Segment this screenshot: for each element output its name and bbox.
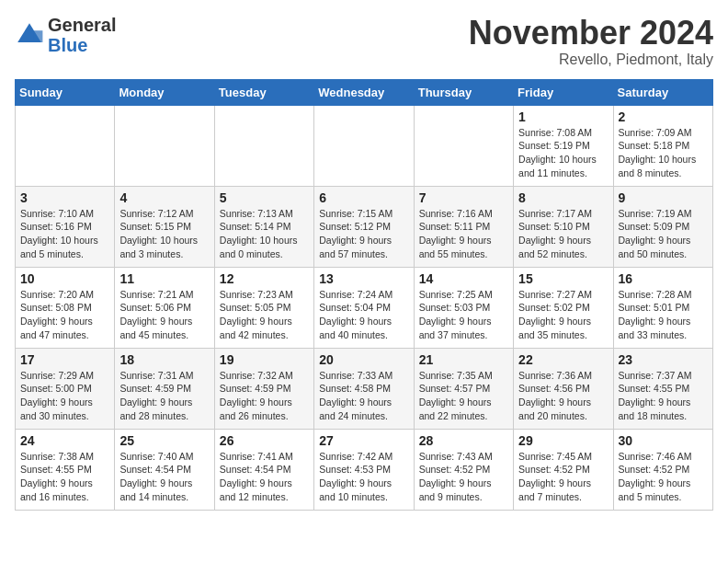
day-info: Sunrise: 7:08 AM Sunset: 5:19 PM Dayligh… bbox=[518, 126, 608, 180]
day-info: Sunrise: 7:41 AM Sunset: 4:54 PM Dayligh… bbox=[220, 450, 309, 504]
logo-icon bbox=[15, 20, 44, 50]
calendar-day-cell: 9Sunrise: 7:19 AM Sunset: 5:09 PM Daylig… bbox=[613, 186, 712, 267]
logo-text: General Blue bbox=[48, 15, 116, 55]
calendar-day-cell bbox=[214, 105, 313, 186]
calendar-day-cell: 28Sunrise: 7:43 AM Sunset: 4:52 PM Dayli… bbox=[414, 429, 513, 510]
page-header: General Blue November 2024 Revello, Pied… bbox=[15, 15, 713, 68]
day-number: 10 bbox=[20, 271, 109, 286]
calendar-day-cell: 14Sunrise: 7:25 AM Sunset: 5:03 PM Dayli… bbox=[414, 267, 513, 348]
day-number: 25 bbox=[119, 433, 209, 448]
day-info: Sunrise: 7:09 AM Sunset: 5:18 PM Dayligh… bbox=[619, 126, 708, 180]
day-info: Sunrise: 7:28 AM Sunset: 5:01 PM Dayligh… bbox=[619, 288, 708, 342]
day-of-week-header: Saturday bbox=[613, 79, 712, 105]
day-number: 26 bbox=[220, 433, 309, 448]
day-number: 2 bbox=[619, 109, 708, 124]
day-info: Sunrise: 7:24 AM Sunset: 5:04 PM Dayligh… bbox=[319, 288, 408, 342]
day-info: Sunrise: 7:19 AM Sunset: 5:09 PM Dayligh… bbox=[619, 207, 708, 261]
day-info: Sunrise: 7:42 AM Sunset: 4:53 PM Dayligh… bbox=[319, 450, 408, 504]
day-info: Sunrise: 7:46 AM Sunset: 4:52 PM Dayligh… bbox=[619, 450, 708, 504]
day-number: 1 bbox=[518, 109, 608, 124]
day-of-week-header: Thursday bbox=[414, 79, 513, 105]
day-number: 13 bbox=[319, 271, 408, 286]
day-number: 22 bbox=[518, 352, 608, 367]
calendar-day-cell: 30Sunrise: 7:46 AM Sunset: 4:52 PM Dayli… bbox=[613, 429, 712, 510]
calendar-day-cell: 18Sunrise: 7:31 AM Sunset: 4:59 PM Dayli… bbox=[115, 348, 214, 429]
calendar-day-cell bbox=[16, 105, 115, 186]
day-number: 7 bbox=[419, 190, 508, 205]
day-info: Sunrise: 7:12 AM Sunset: 5:15 PM Dayligh… bbox=[119, 207, 209, 261]
calendar-day-cell: 21Sunrise: 7:35 AM Sunset: 4:57 PM Dayli… bbox=[414, 348, 513, 429]
day-of-week-header: Sunday bbox=[16, 79, 115, 105]
calendar-body: 1Sunrise: 7:08 AM Sunset: 5:19 PM Daylig… bbox=[16, 105, 713, 510]
day-number: 24 bbox=[20, 433, 109, 448]
day-info: Sunrise: 7:21 AM Sunset: 5:06 PM Dayligh… bbox=[119, 288, 209, 342]
calendar-day-cell: 1Sunrise: 7:08 AM Sunset: 5:19 PM Daylig… bbox=[514, 105, 613, 186]
day-info: Sunrise: 7:40 AM Sunset: 4:54 PM Dayligh… bbox=[119, 450, 209, 504]
day-number: 29 bbox=[518, 433, 608, 448]
calendar-day-cell: 19Sunrise: 7:32 AM Sunset: 4:59 PM Dayli… bbox=[214, 348, 313, 429]
day-info: Sunrise: 7:29 AM Sunset: 5:00 PM Dayligh… bbox=[20, 369, 109, 423]
day-number: 27 bbox=[319, 433, 408, 448]
calendar-day-cell: 11Sunrise: 7:21 AM Sunset: 5:06 PM Dayli… bbox=[115, 267, 214, 348]
day-number: 30 bbox=[619, 433, 708, 448]
day-number: 6 bbox=[319, 190, 408, 205]
day-info: Sunrise: 7:10 AM Sunset: 5:16 PM Dayligh… bbox=[20, 207, 109, 261]
calendar-day-cell bbox=[414, 105, 513, 186]
calendar-day-cell: 26Sunrise: 7:41 AM Sunset: 4:54 PM Dayli… bbox=[214, 429, 313, 510]
day-number: 9 bbox=[619, 190, 708, 205]
calendar-day-cell: 12Sunrise: 7:23 AM Sunset: 5:05 PM Dayli… bbox=[214, 267, 313, 348]
logo-general: General bbox=[48, 15, 116, 35]
calendar-day-cell: 2Sunrise: 7:09 AM Sunset: 5:18 PM Daylig… bbox=[613, 105, 712, 186]
day-number: 5 bbox=[220, 190, 309, 205]
calendar-day-cell: 8Sunrise: 7:17 AM Sunset: 5:10 PM Daylig… bbox=[514, 186, 613, 267]
day-number: 15 bbox=[518, 271, 608, 286]
day-number: 23 bbox=[619, 352, 708, 367]
calendar-week-row: 17Sunrise: 7:29 AM Sunset: 5:00 PM Dayli… bbox=[16, 348, 713, 429]
calendar-week-row: 10Sunrise: 7:20 AM Sunset: 5:08 PM Dayli… bbox=[16, 267, 713, 348]
calendar-day-cell: 6Sunrise: 7:15 AM Sunset: 5:12 PM Daylig… bbox=[314, 186, 414, 267]
day-of-week-header: Wednesday bbox=[314, 79, 414, 105]
calendar-day-cell: 5Sunrise: 7:13 AM Sunset: 5:14 PM Daylig… bbox=[214, 186, 313, 267]
day-info: Sunrise: 7:32 AM Sunset: 4:59 PM Dayligh… bbox=[220, 369, 309, 423]
day-info: Sunrise: 7:33 AM Sunset: 4:58 PM Dayligh… bbox=[319, 369, 408, 423]
day-number: 3 bbox=[20, 190, 109, 205]
day-info: Sunrise: 7:16 AM Sunset: 5:11 PM Dayligh… bbox=[419, 207, 508, 261]
day-of-week-header: Friday bbox=[514, 79, 613, 105]
day-info: Sunrise: 7:43 AM Sunset: 4:52 PM Dayligh… bbox=[419, 450, 508, 504]
day-info: Sunrise: 7:38 AM Sunset: 4:55 PM Dayligh… bbox=[20, 450, 109, 504]
day-info: Sunrise: 7:37 AM Sunset: 4:55 PM Dayligh… bbox=[619, 369, 708, 423]
day-number: 12 bbox=[220, 271, 309, 286]
location: Revello, Piedmont, Italy bbox=[469, 52, 713, 68]
calendar-week-row: 24Sunrise: 7:38 AM Sunset: 4:55 PM Dayli… bbox=[16, 429, 713, 510]
day-number: 16 bbox=[619, 271, 708, 286]
calendar-week-row: 3Sunrise: 7:10 AM Sunset: 5:16 PM Daylig… bbox=[16, 186, 713, 267]
day-of-week-header: Monday bbox=[115, 79, 214, 105]
calendar-day-cell: 13Sunrise: 7:24 AM Sunset: 5:04 PM Dayli… bbox=[314, 267, 414, 348]
calendar-day-cell: 15Sunrise: 7:27 AM Sunset: 5:02 PM Dayli… bbox=[514, 267, 613, 348]
day-number: 11 bbox=[119, 271, 209, 286]
calendar-day-cell: 10Sunrise: 7:20 AM Sunset: 5:08 PM Dayli… bbox=[16, 267, 115, 348]
day-info: Sunrise: 7:35 AM Sunset: 4:57 PM Dayligh… bbox=[419, 369, 508, 423]
calendar-day-cell: 7Sunrise: 7:16 AM Sunset: 5:11 PM Daylig… bbox=[414, 186, 513, 267]
calendar-day-cell bbox=[314, 105, 414, 186]
day-info: Sunrise: 7:23 AM Sunset: 5:05 PM Dayligh… bbox=[220, 288, 309, 342]
day-info: Sunrise: 7:15 AM Sunset: 5:12 PM Dayligh… bbox=[319, 207, 408, 261]
title-block: November 2024 Revello, Piedmont, Italy bbox=[469, 15, 713, 68]
day-of-week-header: Tuesday bbox=[214, 79, 313, 105]
day-info: Sunrise: 7:17 AM Sunset: 5:10 PM Dayligh… bbox=[518, 207, 608, 261]
svg-marker-1 bbox=[34, 30, 43, 42]
calendar-table: SundayMondayTuesdayWednesdayThursdayFrid… bbox=[15, 79, 713, 511]
day-number: 17 bbox=[20, 352, 109, 367]
day-info: Sunrise: 7:13 AM Sunset: 5:14 PM Dayligh… bbox=[220, 207, 309, 261]
day-number: 20 bbox=[319, 352, 408, 367]
day-number: 4 bbox=[119, 190, 209, 205]
calendar-day-cell: 3Sunrise: 7:10 AM Sunset: 5:16 PM Daylig… bbox=[16, 186, 115, 267]
calendar-day-cell: 16Sunrise: 7:28 AM Sunset: 5:01 PM Dayli… bbox=[613, 267, 712, 348]
calendar-day-cell: 17Sunrise: 7:29 AM Sunset: 5:00 PM Dayli… bbox=[16, 348, 115, 429]
calendar-day-cell: 20Sunrise: 7:33 AM Sunset: 4:58 PM Dayli… bbox=[314, 348, 414, 429]
calendar-week-row: 1Sunrise: 7:08 AM Sunset: 5:19 PM Daylig… bbox=[16, 105, 713, 186]
day-info: Sunrise: 7:27 AM Sunset: 5:02 PM Dayligh… bbox=[518, 288, 608, 342]
day-number: 19 bbox=[220, 352, 309, 367]
day-number: 8 bbox=[518, 190, 608, 205]
day-number: 21 bbox=[419, 352, 508, 367]
